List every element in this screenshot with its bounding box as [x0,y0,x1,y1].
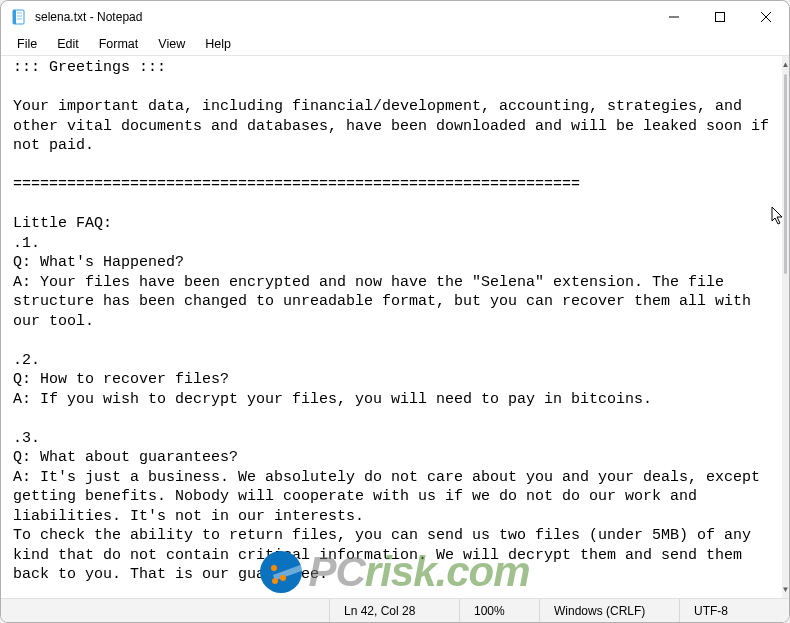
minimize-button[interactable] [651,1,697,33]
titlebar[interactable]: selena.txt - Notepad [1,1,789,33]
statusbar: Ln 42, Col 28 100% Windows (CRLF) UTF-8 [1,598,789,622]
status-position: Ln 42, Col 28 [329,599,459,622]
scroll-up-arrow[interactable]: ▲ [782,56,789,73]
svg-rect-1 [13,10,16,24]
notepad-icon [11,9,27,25]
menu-help[interactable]: Help [195,35,241,53]
notepad-window: selena.txt - Notepad File Edit Format Vi… [0,0,790,623]
scroll-thumb[interactable] [784,74,787,274]
scroll-down-arrow[interactable]: ▼ [782,581,789,598]
status-eol: Windows (CRLF) [539,599,679,622]
status-zoom: 100% [459,599,539,622]
svg-rect-6 [716,13,725,22]
text-editor[interactable]: ::: Greetings ::: Your important data, i… [1,56,782,598]
menu-file[interactable]: File [7,35,47,53]
menu-format[interactable]: Format [89,35,149,53]
status-spacer [1,599,329,622]
menu-view[interactable]: View [148,35,195,53]
close-button[interactable] [743,1,789,33]
vertical-scrollbar[interactable]: ▲ ▼ [782,56,789,598]
window-controls [651,1,789,33]
menu-edit[interactable]: Edit [47,35,89,53]
menubar: File Edit Format View Help [1,33,789,55]
maximize-button[interactable] [697,1,743,33]
content-area: ::: Greetings ::: Your important data, i… [1,55,789,598]
status-encoding: UTF-8 [679,599,789,622]
window-title: selena.txt - Notepad [35,10,142,24]
